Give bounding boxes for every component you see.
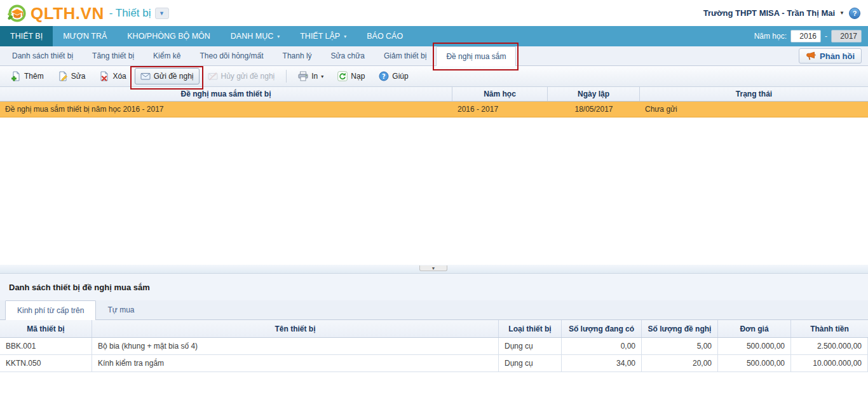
toolbar-button-label: Nạp [351,72,365,81]
nav-item-label: DANH MỤC [231,32,273,41]
cell: 2016 - 2017 [452,102,548,117]
detail-filler [0,372,868,395]
huy-gui-de-nghi-button: Hủy gửi đề nghị [202,68,281,84]
subtab-label: Sửa chữa [331,51,365,60]
print-icon [298,71,308,81]
xoa-button[interactable]: Xóa [93,68,132,84]
nav-item-bao-cao[interactable]: BÁO CÁO [356,26,413,46]
column-header-trang-thai[interactable]: Trạng thái [640,87,868,101]
subtab-theo-doi-hong-mat[interactable]: Theo dõi hỏng/mất [190,46,273,65]
school-year-label: Năm học: [754,32,787,41]
cell: 18/05/2017 [548,102,640,117]
svg-text:?: ? [382,73,386,80]
nav-item-label: BÁO CÁO [367,32,403,41]
toolbar-button-label: Xóa [112,72,126,81]
table-row[interactable]: Đề nghị mua sắm thiết bị năm học 2016 - … [0,102,868,117]
table-row[interactable]: BBK.001Bộ bia (khung + mặt bia số 4)Dụng… [0,338,868,355]
subtab-label: Giảm thiết bị [384,51,426,60]
cell: 20,00 [642,355,718,372]
toolbar-button-label: Hủy gửi đề nghị [221,72,275,81]
nav-item-label: MƯỢN TRẢ [63,32,107,41]
column-header-so-luong-dang-co[interactable]: Số lượng đang có [562,320,642,337]
nav-item-thiet-lap[interactable]: THIẾT LẬP▾ [290,26,356,46]
header-help-icon[interactable]: ? [849,8,860,19]
column-header-so-luong-de-nghi[interactable]: Số lượng đề nghị [642,320,718,337]
nav-item-muon-tra[interactable]: MƯỢN TRẢ [53,26,117,46]
toolbar-button-label: In [311,72,318,81]
user-name[interactable]: Trường THPT MISA - Trần Thị Mai [703,8,835,18]
column-header-loai-thiet-bi[interactable]: Loại thiết bị [499,320,562,337]
requests-grid-header: Đề nghị mua sắm thiết bịNăm họcNgày lậpT… [0,87,868,102]
column-header-don-gia[interactable]: Đơn giá [718,320,791,337]
detail-title-bar: Danh sách thiết bị đề nghị mua sắm [0,274,868,300]
subtab-kiem-ke[interactable]: Kiểm kê [144,46,190,65]
help-icon: ? [379,71,389,81]
subtab-label: Kiểm kê [153,51,180,60]
in-button[interactable]: In▾ [292,68,329,84]
logo[interactable]: QLTH.VN [8,4,104,23]
toolbar: ThêmSửaXóaGửi đề nghịHủy gửi đề nghịIn▾N… [0,66,868,87]
cell: Kính kiểm tra ngắm [92,355,499,372]
subtab-tang-thiet-bi[interactable]: Tăng thiết bị [83,46,144,65]
megaphone-icon [806,51,816,60]
cell: 500.000,00 [718,338,791,354]
nav-item-label: THIẾT LẬP [300,32,340,41]
detail-table-header: Mã thiết bịTên thiết bịLoại thiết bịSố l… [0,320,868,338]
year-to-input[interactable] [831,30,862,43]
subtab-thanh-ly[interactable]: Thanh lý [273,46,322,65]
cell: 34,00 [562,355,642,372]
requests-grid-empty-area [0,117,868,265]
school-year-picker: Năm học: - [754,26,868,46]
user-menu-caret-icon[interactable]: ▼ [839,10,844,16]
column-header-nam-hoc[interactable]: Năm học [452,87,548,101]
detail-tab-kinh-phi-tu-cap-tren[interactable]: Kinh phí từ cấp trên [5,300,96,320]
cell: KKTN.050 [0,355,92,372]
table-row[interactable]: KKTN.050Kính kiểm tra ngắmDụng cụ34,0020… [0,355,868,372]
cell: BBK.001 [0,338,92,354]
chevron-down-icon: ▾ [321,74,323,79]
subtab-danh-sach-thiet-bi[interactable]: Danh sách thiết bị [3,46,83,65]
cell: 10.000.000,00 [791,355,868,372]
detail-table-body: BBK.001Bộ bia (khung + mặt bia số 4)Dụng… [0,338,868,372]
feedback-button[interactable]: Phản hồi [799,48,862,64]
them-button[interactable]: Thêm [5,68,50,84]
cell: Bộ bia (khung + mặt bia số 4) [92,338,499,354]
refresh-icon [337,71,348,81]
sua-button[interactable]: Sửa [52,68,92,84]
panel-splitter: ▼ [0,265,868,274]
nav-item-kho-phong-bo-mon[interactable]: KHO/PHÒNG BỘ MÔN [117,26,220,46]
cell: Dụng cụ [499,338,562,354]
logo-text: QLTH.VN [31,5,104,22]
year-from-input[interactable] [790,30,821,43]
add-icon [11,71,21,81]
toolbar-button-label: Thêm [24,72,44,81]
subtab-de-nghi-mua-sam[interactable]: Đề nghị mua sắm [436,46,516,66]
column-header-de-nghi-mua-sam-thiet-bi[interactable]: Đề nghị mua sắm thiết bị [0,87,452,101]
subtab-giam-thiet-bi[interactable]: Giảm thiết bị [374,46,436,65]
module-label: - Thiết bị [109,7,151,20]
subtab-sua-chua[interactable]: Sửa chữa [322,46,374,65]
nav-item-danh-muc[interactable]: DANH MỤC▾ [220,26,290,46]
subtab-label: Đề nghị mua sắm [446,52,506,61]
toolbar-button-label: Sửa [71,72,86,81]
column-header-ten-thiet-bi[interactable]: Tên thiết bị [92,320,499,337]
splitter-collapse-handle[interactable]: ▼ [419,265,447,271]
detail-tabs: Kinh phí từ cấp trênTự mua [0,300,868,320]
cell: Dụng cụ [499,355,562,372]
delete-icon [99,71,109,81]
detail-tab-tu-mua[interactable]: Tự mua [96,300,146,319]
cell: 2.500.000,00 [791,338,868,354]
app-window: QLTH.VN - Thiết bị ▼ Trường THPT MISA - … [0,0,868,395]
cell: 500.000,00 [718,355,791,372]
module-switch-caret[interactable]: ▼ [155,8,169,19]
cell: Đề nghị mua sắm thiết bị năm học 2016 - … [0,102,452,117]
giup-button[interactable]: ?Giúp [373,68,414,84]
column-header-ngay-lap[interactable]: Ngày lập [548,87,640,101]
column-header-thanh-tien[interactable]: Thành tiền [791,320,868,337]
gui-de-nghi-button[interactable]: Gửi đề nghị [135,68,200,84]
nap-button[interactable]: Nạp [332,68,370,84]
nav-item-thiet-bi[interactable]: THIẾT BỊ [0,26,53,46]
equipment-subtabs: Danh sách thiết bịTăng thiết bịKiểm kêTh… [0,46,868,66]
column-header-ma-thiet-bi[interactable]: Mã thiết bị [0,320,92,337]
logo-graduation-icon [8,4,27,23]
